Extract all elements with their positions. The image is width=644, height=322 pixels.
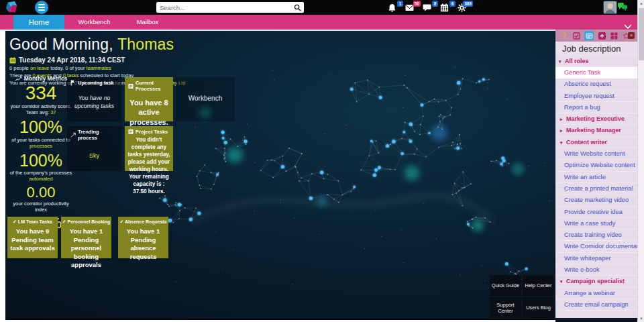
greeting-salutation: Good Morning,	[9, 36, 117, 53]
chevron-down-icon[interactable]	[624, 19, 632, 25]
help-links: Quick GuideHelp CenterSupport CenterUser…	[490, 275, 554, 318]
current-processes-header: Current Processes	[125, 77, 173, 92]
project-tasks-widget[interactable]: Project Tasks You didn't complete any ta…	[125, 126, 173, 171]
scrollbar-thumb[interactable]	[639, 8, 644, 60]
comidor-logo[interactable]	[5, 0, 19, 15]
triangle-down-icon[interactable]: ▾	[560, 276, 566, 287]
tasks-icon[interactable]	[572, 32, 580, 40]
project-tasks-body: You didn't complete any tasks yesterday,…	[125, 137, 173, 196]
sidebar-role-list: ▾All rolesGeneric TaskAbsence requestEmp…	[555, 56, 637, 322]
metric-value: 100%	[5, 152, 76, 169]
metric-desc: your comidor productivity index	[5, 201, 76, 213]
notification-bell[interactable]: 1	[388, 1, 399, 13]
sidebar-item-write-e-book[interactable]: Write e-book	[555, 264, 637, 276]
approval-box-lm-team-tasks[interactable]: ✓ LM Team TasksYou have 9 Pending team t…	[7, 217, 58, 258]
sidebar-item-optimize-website-content[interactable]: Optimize Website content	[555, 160, 637, 171]
metric: 0.00your comidor productivity index	[5, 184, 76, 213]
sidebar-item-marketing-manager[interactable]: ▸Marketing Manager	[555, 125, 637, 136]
workbench-tile[interactable]: Workbench	[176, 77, 235, 121]
sidebar-item-write-comidor-documentation[interactable]: Write Comidor documentation	[555, 241, 637, 252]
metrics-header: Monthly Metrics	[5, 75, 76, 82]
apps-grid-icon[interactable]	[610, 32, 618, 40]
upcoming-task-title: Upcoming task	[78, 80, 114, 86]
trending-process-title: Trending process	[78, 129, 118, 141]
job-description-sidebar: ?× Job description ▾All rolesGeneric Tas…	[555, 30, 637, 322]
close-icon[interactable]: ×	[628, 32, 635, 39]
avatar-photo	[604, 1, 616, 13]
chat-badge: 8	[432, 1, 438, 7]
sidebar-item-create-email-campaign[interactable]: Create email campaign	[555, 299, 637, 311]
dashboard-main: Good Morning, Thomas Tuesday 24 Apr 2018…	[5, 31, 555, 320]
flag-icon	[70, 80, 76, 86]
tab-home[interactable]: Home	[13, 15, 64, 30]
notification-calendar[interactable]: 6	[440, 1, 451, 13]
search-icon[interactable]	[294, 4, 301, 11]
sidebar-item-marketing-executive[interactable]: ▸Marketing Executive	[555, 113, 637, 125]
tab-workbench[interactable]: Workbench	[64, 15, 124, 30]
bell-badge: 1	[397, 1, 403, 7]
trending-process-link[interactable]: Sky	[67, 152, 121, 159]
sidebar-item-absence-request[interactable]: Absence request	[555, 78, 637, 90]
workbench-label[interactable]: Workbench	[176, 95, 235, 102]
user-avatar[interactable]	[603, 1, 617, 14]
sidebar-item-provide-creative-idea[interactable]: Provide creative idea	[555, 207, 637, 218]
sidebar-item-content-writer[interactable]: ▾Content writer	[555, 137, 637, 148]
metric-desc: of the company's processes automated	[5, 170, 76, 182]
triangle-right-icon[interactable]: ▸	[560, 114, 566, 125]
sidebar-item-all-roles[interactable]: ▾All roles	[555, 56, 637, 67]
calendar-icon	[9, 57, 16, 64]
triangle-down-icon[interactable]: ▾	[560, 138, 566, 148]
sidebar-item-generic-task[interactable]: Generic Task	[555, 67, 637, 78]
sidebar-item-create-a-printed-material[interactable]: Create a printed material	[555, 183, 637, 195]
help-icon[interactable]: ?	[560, 32, 568, 40]
users-blog-link[interactable]: Users Blog	[523, 297, 554, 318]
sidebar-item-write-an-article[interactable]: Write an article	[555, 172, 637, 183]
page-title: Good Morning, Thomas	[9, 36, 185, 54]
sidebar-item-write-website-content[interactable]: Write Website content	[555, 148, 637, 160]
notification-chat[interactable]: 8	[423, 1, 434, 13]
sidebar-item-write-whitepaper[interactable]: Write whitepaper	[555, 253, 637, 264]
comidor-logo-icon	[5, 0, 19, 15]
chat-status-icon[interactable]	[618, 1, 627, 9]
triangle-right-icon[interactable]: ▸	[560, 125, 566, 136]
sidebar-item-create-marketing-video[interactable]: Create marketing video	[555, 195, 637, 206]
add-icon[interactable]	[598, 32, 606, 40]
comidor-dashboard: 15086389 HomeWorkbenchMailbox	[0, 0, 644, 322]
envelope-badge: 50	[413, 1, 421, 7]
sidebar-item-employee-request[interactable]: Employee request	[555, 91, 637, 102]
sidebar-item-arrange-a-webinar[interactable]: Arrange a webinar	[555, 288, 637, 299]
scroll-down-arrow[interactable]: ▼	[638, 317, 644, 321]
quick-guide-link[interactable]: Quick Guide	[490, 275, 521, 296]
approval-box-personnel-booking[interactable]: ✓ Personnel BookingYou have 1 Pending pe…	[61, 217, 111, 258]
notification-icons: 15086389	[388, 1, 469, 13]
metric-value: 100%	[5, 118, 76, 136]
check-icon: ✓	[119, 219, 125, 224]
menu-button[interactable]	[35, 1, 48, 14]
sidebar-item-write-a-case-study[interactable]: Write a case study	[555, 218, 637, 229]
triangle-down-icon[interactable]: ▾	[559, 56, 565, 66]
scroll-up-arrow[interactable]: ▲	[638, 1, 644, 5]
notification-gear[interactable]: 389	[458, 1, 469, 13]
window-scrollbar[interactable]: ▲ ▼	[637, 0, 644, 322]
notification-envelope[interactable]: 50	[405, 1, 417, 13]
metric: 100%of your tasks connected to processes	[5, 118, 76, 148]
tab-mailbox[interactable]: Mailbox	[124, 15, 171, 30]
sidebar-item-campaign-specialist[interactable]: ▾Campaign specialist	[555, 276, 637, 287]
approval-box-absence-requests[interactable]: ✓ Absence RequestsYou have 1 Pending abs…	[118, 217, 168, 258]
sidebar-toolbar: ?×	[555, 30, 637, 42]
metrics-title: Monthly Metrics	[24, 75, 68, 82]
help-center-link[interactable]: Help Center	[523, 275, 554, 296]
approval-body: You have 1 Pending personnel booking app…	[61, 227, 111, 270]
search-input[interactable]	[156, 4, 294, 11]
support-center-link[interactable]: Support Center	[490, 297, 521, 318]
metric-value: 0.00	[5, 184, 76, 200]
current-processes-widget[interactable]: Current Processes You have 8 active proc…	[125, 77, 173, 121]
sidebar-item-report-a-bug[interactable]: Report a bug	[555, 102, 637, 113]
list-view-icon[interactable]	[584, 31, 594, 40]
gear-badge: 389	[463, 1, 473, 7]
trending-process-header: Trending process	[67, 126, 121, 141]
trending-process-widget: Trending process Sky	[67, 126, 121, 171]
approval-title: ✓ LM Team Tasks	[7, 219, 58, 225]
sidebar-item-create-training-video[interactable]: Create training video	[555, 229, 637, 241]
divider	[0, 30, 555, 31]
